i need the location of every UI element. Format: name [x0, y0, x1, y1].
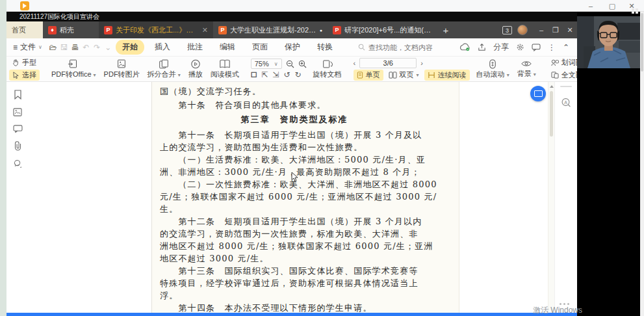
double-page-button[interactable]: 双页▾ [385, 70, 422, 81]
book-icon [219, 59, 231, 69]
tab-document-active[interactable]: P 关于印发《西北工...》的通知.pdf ✕ [99, 21, 213, 38]
floating-assistant-button[interactable] [530, 86, 546, 101]
doc-line: 第十三条 国际组织实习、国际文体比赛、国际学术竞赛等 [160, 265, 429, 277]
more-icon[interactable]: ⋮ [548, 43, 556, 52]
zoom-level-dropdown[interactable]: 75%∨ [251, 59, 282, 69]
tab-document-3[interactable]: P 研字[2020]+6号...的通知(签章).pdf [328, 21, 437, 38]
menu-start[interactable]: 开始 [116, 40, 144, 55]
search-input[interactable] [368, 44, 445, 51]
outer-minimize-button[interactable]: – [582, 1, 600, 11]
zoom-in-icon[interactable] [298, 60, 307, 68]
thumbnail-icon[interactable] [13, 108, 22, 116]
document-tabbar: 首页 ♦ 稻壳 P 关于印发《西北工...》的通知.pdf ✕ P 大学生职业生… [6, 21, 577, 38]
cloud-sync-icon[interactable] [459, 43, 470, 51]
chevron-down-icon: ∨ [38, 44, 42, 50]
zoom-out-icon[interactable] [286, 60, 294, 68]
doc-line: 浮。 [160, 290, 429, 302]
bookmark-icon[interactable] [14, 90, 22, 99]
rotate-document-button[interactable]: 旋转文档 [309, 57, 346, 81]
rotate-left-icon[interactable]: ↺ [283, 70, 290, 79]
webcam-video[interactable] [577, 16, 640, 68]
split-merge-button[interactable]: 拆分合并 ▾ [144, 57, 185, 81]
pdf-icon: P [104, 26, 112, 34]
outer-maximize-button[interactable]: ▢ [603, 1, 621, 11]
page-indicator[interactable]: 3/6 [359, 58, 417, 68]
pdf-to-office-button[interactable]: PDF转Office ▾ [47, 57, 100, 81]
scrollbar-thumb[interactable] [550, 91, 553, 137]
read-mode-button[interactable]: 阅读模式 [207, 57, 243, 81]
wps-restore-button[interactable]: ❐ [548, 21, 563, 38]
next-page-icon[interactable]: › [420, 59, 423, 67]
chat-icon[interactable] [532, 44, 541, 51]
layout-grid-icon[interactable] [632, 8, 638, 14]
pdf-to-office-icon [68, 59, 79, 69]
tab-docer[interactable]: ♦ 稻壳 [43, 21, 99, 38]
hand-tool-button[interactable]: 手型 [9, 57, 40, 68]
collapse-ribbon-icon[interactable]: ⌃ [563, 43, 569, 52]
wps-close-button[interactable]: ✕ [563, 21, 577, 38]
continuous-read-button[interactable]: 连续阅读 [424, 70, 470, 81]
play-button[interactable]: 播放 [185, 57, 207, 81]
panel-resize-handle[interactable] [560, 86, 572, 87]
scroll-up-arrow[interactable] [550, 85, 554, 88]
tab-list-badge[interactable]: 3 [502, 26, 512, 34]
quickbar-dropdown-icon[interactable]: ⌄ [103, 43, 114, 52]
single-page-button[interactable]: 单页 [354, 70, 383, 81]
rotate-right-icon[interactable]: ↻ [294, 70, 301, 79]
file-menu[interactable]: ≡ 文件 ∨ [6, 42, 47, 53]
user-avatar[interactable] [517, 25, 528, 35]
left-sidebar [6, 82, 29, 313]
share-label[interactable]: 分享 [493, 42, 509, 53]
menu-annotate[interactable]: 批注 [181, 40, 209, 55]
search-box[interactable] [358, 44, 445, 51]
pdf-to-image-icon [116, 59, 127, 69]
doc-line: 的交流学习，资助范围为一次性旅费，标准为欧美、大洋洲、非 [160, 228, 429, 240]
tab-close-icon[interactable]: ✕ [201, 26, 208, 34]
open-icon[interactable]: 🗁 [47, 43, 58, 52]
background-button[interactable]: 背景 ▾ [513, 57, 540, 81]
pdf-to-image-button[interactable]: PDF转图片 [100, 57, 144, 81]
wps-minimize-button[interactable]: – [534, 21, 548, 38]
find-text-icon[interactable]: A [561, 98, 571, 108]
doc-line: 元/生；独联体国家不超过 6000 元/生；亚洲地区不超过 3000 元/ [160, 191, 429, 203]
doc-line: 第十条 符合项目的其他具体要求。 [160, 99, 429, 111]
redo-icon[interactable]: ↷ [92, 43, 103, 52]
doc-line: 地区不超过 3000 元/生。 [160, 253, 429, 265]
doc-chapter-heading: 第三章 资助类型及标准 [160, 114, 429, 125]
menu-convert[interactable]: 转换 [311, 40, 339, 55]
save-icon[interactable]: 🖫 [58, 43, 70, 52]
share-icon[interactable] [478, 43, 486, 51]
comment-icon[interactable] [13, 125, 23, 133]
rotate-doc-icon [322, 59, 333, 69]
menubar: ≡ 文件 ∨ 🗁 🖫 🖶 ↶ ↷ ⌄ 开始 插入 批注 编辑 页面 保护 转换 [6, 38, 577, 57]
hamburger-icon: ≡ [13, 43, 18, 52]
prev-page-icon[interactable]: ‹ [354, 59, 356, 67]
fit-width-icon[interactable]: ⇲ [272, 70, 279, 79]
fit-page-icon[interactable]: ⇱ [261, 70, 268, 79]
menu-page[interactable]: 页面 [246, 40, 274, 55]
print-icon[interactable]: 🖶 [70, 43, 81, 52]
document-content-area: 国（境）交流学习任务。 第十条 符合项目的其他具体要求。 第三章 资助类型及标准… [6, 82, 577, 313]
attachment-icon[interactable] [14, 141, 22, 151]
auto-scroll-button[interactable]: 自动滚动 ▾ [472, 57, 513, 81]
hand-icon [12, 59, 19, 66]
doc-line: 上的交流学习，资助范围为生活费和一次性旅费。 [160, 142, 429, 153]
menu-protect[interactable]: 保护 [278, 40, 307, 55]
stamp-icon[interactable] [13, 159, 23, 168]
vertical-scrollbar[interactable] [548, 82, 554, 313]
tab-home[interactable]: 首页 [6, 21, 43, 38]
meeting-panel-scrollbar[interactable] [640, 12, 644, 316]
meeting-title: 20211127国际化项目宣讲会 [19, 13, 99, 20]
doc-line: 第十二条 短期项目适用于学生出国（境）开展 3 个月以内 [160, 216, 429, 228]
menu-edit[interactable]: 编辑 [213, 40, 242, 55]
gear-icon[interactable] [516, 43, 524, 51]
pdf-page-text: 国（境）交流学习任务。 第十条 符合项目的其他具体要求。 第三章 资助类型及标准… [160, 82, 429, 313]
new-tab-button[interactable]: + [437, 21, 455, 38]
menu-insert[interactable]: 插入 [148, 40, 177, 55]
select-tool-button[interactable]: 选择 [9, 70, 40, 81]
actual-size-icon[interactable]: 🞑 [251, 70, 257, 79]
ppt-icon: P [218, 26, 227, 34]
tab-document-2[interactable]: P 大学生职业生涯规划-2021春季学期 ● [213, 21, 328, 38]
webcam-person [577, 16, 640, 68]
undo-icon[interactable]: ↶ [81, 43, 92, 52]
